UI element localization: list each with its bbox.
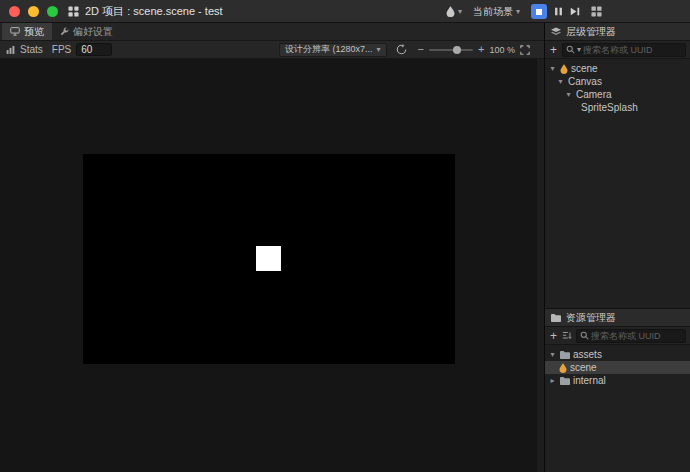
chevron-down-icon: ▾ <box>458 7 462 16</box>
fps-input[interactable] <box>76 43 112 56</box>
scene-file-icon <box>559 363 567 373</box>
assets-search-box <box>576 329 686 343</box>
tab-preview[interactable]: 预览 <box>2 23 52 40</box>
playback-controls <box>531 4 580 19</box>
chevron-down-icon[interactable]: ▾ <box>556 77 565 86</box>
tree-node-label: internal <box>573 375 606 386</box>
game-viewport[interactable] <box>83 154 455 364</box>
droplet-icon <box>446 6 455 17</box>
tree-node-canvas[interactable]: ▾ Canvas <box>545 75 690 88</box>
folder-icon <box>560 377 570 385</box>
layout-grid-button[interactable] <box>591 4 602 19</box>
wrench-icon <box>60 27 69 36</box>
hierarchy-tree: ▾ scene ▾ Canvas ▾ Camera <box>545 59 690 114</box>
sort-assets-icon[interactable] <box>562 331 572 340</box>
monitor-icon <box>10 27 20 36</box>
pause-button[interactable] <box>554 4 563 19</box>
asset-folder-assets[interactable]: ▾ assets <box>545 348 690 361</box>
hierarchy-header[interactable]: 层级管理器 <box>545 23 690 41</box>
titlebar: 2D 项目 : scene.scene - test ▾ 当前场景 ▾ <box>0 0 690 23</box>
preview-scrollbar[interactable] <box>537 59 544 472</box>
chevron-down-icon: ▾ <box>377 45 381 54</box>
hierarchy-search-row: + ▾ <box>545 41 690 59</box>
asset-folder-internal[interactable]: ▸ internal <box>545 374 690 387</box>
current-scene-dropdown[interactable]: 当前场景 ▾ <box>473 5 520 19</box>
hierarchy-search-box: ▾ <box>562 43 686 57</box>
preview-toolbar: Stats FPS 设计分辨率 (1280x7... ▾ − + 100 % <box>0 41 544 59</box>
zoom-out-button[interactable]: − <box>418 44 424 55</box>
tab-preferences-label: 偏好设置 <box>73 25 113 39</box>
chevron-down-icon[interactable]: ▾ <box>548 64 557 73</box>
design-resolution-dropdown[interactable]: 设计分辨率 (1280x7... ▾ <box>279 43 387 57</box>
tree-node-label: scene <box>571 63 598 74</box>
rotate-icon[interactable] <box>396 42 407 57</box>
hierarchy-search-input[interactable] <box>583 45 682 55</box>
preview-panel: 预览 偏好设置 Stats FPS 设计分辨率 (1280x7... <box>0 23 545 472</box>
tree-node-label: assets <box>573 349 602 360</box>
asset-file-scene[interactable]: scene <box>545 361 690 374</box>
assets-search-input[interactable] <box>591 331 682 341</box>
folder-icon <box>551 314 561 322</box>
zoom-slider[interactable] <box>429 49 473 51</box>
zoom-slider-thumb[interactable] <box>453 46 461 54</box>
preview-canvas <box>0 59 544 472</box>
assets-search-row: + <box>545 327 690 345</box>
main-area: 预览 偏好设置 Stats FPS 设计分辨率 (1280x7... <box>0 23 690 472</box>
fps-label: FPS <box>52 44 71 55</box>
right-sidebar: 层级管理器 + ▾ ▾ <box>545 23 690 472</box>
chevron-down-icon: ▾ <box>516 7 520 16</box>
tab-preferences[interactable]: 偏好设置 <box>52 23 121 40</box>
folder-icon <box>560 351 570 359</box>
tab-preview-label: 预览 <box>24 25 44 39</box>
layers-icon <box>551 27 561 37</box>
maximize-window-button[interactable] <box>47 6 58 17</box>
app-grid-icon <box>68 6 79 17</box>
add-asset-button[interactable]: + <box>549 330 558 342</box>
tree-node-label: SpriteSplash <box>581 102 638 113</box>
zoom-percentage: 100 % <box>489 45 515 55</box>
assets-header[interactable]: 资源管理器 <box>545 309 690 327</box>
design-resolution-label: 设计分辨率 (1280x7... <box>285 43 373 56</box>
chevron-down-icon[interactable]: ▾ <box>564 90 573 99</box>
hierarchy-panel: 层级管理器 + ▾ ▾ <box>545 23 690 309</box>
tree-node-label: Canvas <box>568 76 602 87</box>
search-icon <box>566 45 575 54</box>
cocos-creator-window: 2D 项目 : scene.scene - test ▾ 当前场景 ▾ <box>0 0 690 472</box>
hierarchy-title: 层级管理器 <box>566 25 616 39</box>
window-title: 2D 项目 : scene.scene - test <box>85 4 223 19</box>
splash-sprite <box>256 246 281 271</box>
assets-title: 资源管理器 <box>566 311 616 325</box>
tree-node-camera[interactable]: ▾ Camera <box>545 88 690 101</box>
preview-platform-dropdown[interactable]: ▾ <box>446 6 462 17</box>
chevron-right-icon[interactable]: ▸ <box>548 376 557 385</box>
stop-icon <box>536 9 542 15</box>
minimize-window-button[interactable] <box>28 6 39 17</box>
tree-node-scene[interactable]: ▾ scene <box>545 62 690 75</box>
window-controls <box>9 6 58 17</box>
search-filter-chevron-icon[interactable]: ▾ <box>577 45 581 54</box>
stats-toggle[interactable]: Stats <box>20 44 43 55</box>
chevron-down-icon[interactable]: ▾ <box>548 350 557 359</box>
add-node-button[interactable]: + <box>549 44 558 56</box>
zoom-in-button[interactable]: + <box>478 44 484 55</box>
current-scene-label: 当前场景 <box>473 5 513 19</box>
preview-tabbar: 预览 偏好设置 <box>0 23 544 41</box>
assets-tree: ▾ assets scene ▸ <box>545 345 690 387</box>
fullscreen-icon[interactable] <box>520 42 530 57</box>
assets-panel: 资源管理器 + ▾ <box>545 309 690 472</box>
stop-preview-button[interactable] <box>531 4 547 19</box>
close-window-button[interactable] <box>9 6 20 17</box>
tree-node-label: Camera <box>576 89 612 100</box>
search-icon <box>580 331 589 340</box>
scene-file-icon <box>560 64 568 74</box>
tree-node-label: scene <box>570 362 597 373</box>
preview-controls: ▾ 当前场景 ▾ <box>446 0 602 23</box>
step-frame-button[interactable] <box>570 4 580 19</box>
stats-icon <box>6 45 15 55</box>
tree-node-spritesplash[interactable]: SpriteSplash <box>545 101 690 114</box>
